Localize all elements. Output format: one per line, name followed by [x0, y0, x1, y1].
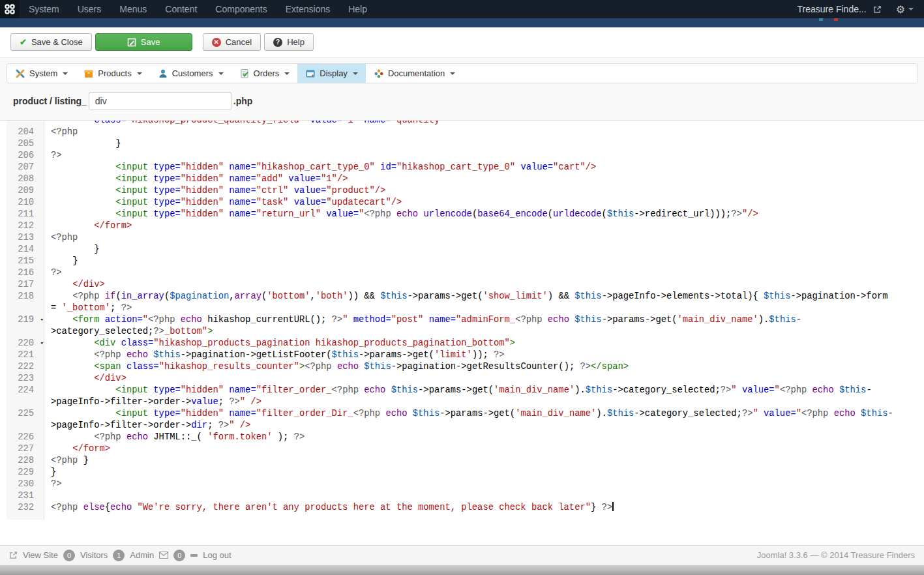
code-line[interactable]: 232<?php else{echo "We're sorry, there a…: [0, 502, 924, 514]
code-line[interactable]: 222 <span class="hikashop_results_counte…: [0, 361, 924, 373]
code-text[interactable]: <input type="hidden" name="return_url" v…: [44, 209, 758, 220]
code-line[interactable]: 219▾ <form action="<?php echo hikashop_c…: [0, 314, 924, 326]
code-text[interactable]: <?php echo JHTML::_( 'form.token' ); ?>: [44, 432, 305, 443]
cancel-button[interactable]: ✕Cancel: [203, 33, 261, 51]
filename-input[interactable]: [89, 92, 231, 110]
code-text[interactable]: ?>: [44, 267, 62, 279]
code-line[interactable]: 225 <input type="hidden" name="filter_or…: [0, 408, 924, 420]
code-line[interactable]: 223 </div>: [0, 373, 924, 385]
code-text[interactable]: </div>: [44, 279, 105, 291]
code-text[interactable]: <input type="hidden" name="ctrl" value="…: [44, 185, 385, 197]
code-text[interactable]: <?php else{echo "We're sorry, there aren…: [44, 502, 614, 514]
view-site-link[interactable]: View Site: [23, 550, 58, 560]
joomla-logo[interactable]: [0, 0, 20, 18]
code-line[interactable]: 226 <?php echo JHTML::_( 'form.token' );…: [0, 432, 924, 443]
code-line[interactable]: 227 </form>: [0, 443, 924, 455]
code-line[interactable]: 207 <input type="hidden" name="hikashop_…: [0, 162, 924, 173]
hika-menu-products[interactable]: Products: [76, 64, 149, 83]
code-line[interactable]: 212 </form>: [0, 220, 924, 232]
code-text[interactable]: ?>: [44, 479, 62, 490]
code-text[interactable]: <?php: [44, 126, 78, 138]
code-text[interactable]: <input type="hidden" name="add" value="1…: [44, 173, 348, 185]
code-text[interactable]: <form action="<?php echo hikashop_curren…: [44, 314, 801, 326]
visitors-badge[interactable]: 0: [63, 550, 75, 561]
nav-system[interactable]: System: [20, 0, 68, 18]
code-text[interactable]: }: [44, 256, 78, 267]
code-line[interactable]: 215 }: [0, 256, 924, 267]
code-line[interactable]: 208 <input type="hidden" name="add" valu…: [0, 173, 924, 185]
settings-menu[interactable]: ⚙: [896, 3, 914, 16]
code-text[interactable]: <div class="hikashop_products_pagination…: [44, 338, 515, 349]
code-text[interactable]: </form>: [44, 220, 132, 232]
code-text[interactable]: </div>: [44, 373, 127, 385]
code-text[interactable]: <?php: [44, 232, 78, 244]
code-line[interactable]: 214 }: [0, 244, 924, 256]
save-button[interactable]: Save: [95, 33, 192, 51]
site-name-link[interactable]: Treasure Finde...: [797, 4, 867, 14]
code-line[interactable]: 218 <?php if(in_array($pagination,array(…: [0, 291, 924, 302]
code-line[interactable]: 217 </div>: [0, 279, 924, 291]
code-line[interactable]: 204<?php: [0, 126, 924, 138]
help-button[interactable]: ?Help: [264, 33, 314, 51]
code-line[interactable]: 211 <input type="hidden" name="return_ur…: [0, 209, 924, 220]
code-text[interactable]: <input type="hidden" name="task" value="…: [44, 197, 402, 209]
admin-badge[interactable]: 1: [113, 550, 125, 561]
code-line[interactable]: 230?>: [0, 479, 924, 490]
code-text[interactable]: }: [44, 244, 100, 256]
code-line[interactable]: 228<?php }: [0, 455, 924, 467]
nav-menus[interactable]: Menus: [110, 0, 156, 18]
code-line[interactable]: 224 <input type="hidden" name="filter_or…: [0, 385, 924, 396]
code-line[interactable]: 205 }: [0, 138, 924, 150]
code-text[interactable]: class="hikashop_product_quantity_field" …: [44, 120, 445, 126]
code-editor[interactable]: class="hikashop_product_quantity_field" …: [0, 120, 924, 545]
code-line[interactable]: class="hikashop_product_quantity_field" …: [0, 120, 924, 126]
code-text[interactable]: = '_bottom'; ?>: [44, 302, 132, 314]
hika-menu-customers[interactable]: Customers: [150, 64, 231, 83]
code-line[interactable]: >pageInfo->filter->order->dir; ?>" />: [0, 420, 924, 432]
code-text[interactable]: >category_selected;?>_bottom">: [44, 326, 213, 338]
code-line[interactable]: = '_bottom'; ?>: [0, 302, 924, 314]
code-line[interactable]: 231: [0, 490, 924, 502]
hika-menu-system[interactable]: System: [7, 64, 76, 83]
logout-link[interactable]: Log out: [203, 550, 231, 560]
nav-components[interactable]: Components: [206, 0, 276, 18]
code-text[interactable]: >pageInfo->filter->order->value; ?>" />: [44, 396, 261, 408]
admin-link[interactable]: Admin: [130, 550, 154, 560]
code-line[interactable]: 220▾ <div class="hikashop_products_pagin…: [0, 338, 924, 349]
code-line[interactable]: 206?>: [0, 150, 924, 162]
code-text[interactable]: <input type="hidden" name="filter_order_…: [44, 385, 872, 396]
hika-menu-documentation[interactable]: Documentation: [366, 64, 463, 83]
code-text[interactable]: }: [44, 138, 121, 150]
nav-help[interactable]: Help: [339, 0, 376, 18]
fold-marker-icon[interactable]: ▾: [40, 338, 44, 349]
nav-users[interactable]: Users: [68, 0, 111, 18]
status-footer: View Site0Visitors1Admin0Log out Joomla!…: [0, 545, 924, 565]
code-text[interactable]: <?php }: [44, 455, 89, 467]
code-line[interactable]: 210 <input type="hidden" name="task" val…: [0, 197, 924, 209]
code-line[interactable]: 213<?php: [0, 232, 924, 244]
code-line[interactable]: >category_selected;?>_bottom">: [0, 326, 924, 338]
code-text[interactable]: <?php echo $this->pagination->getListFoo…: [44, 349, 505, 361]
hika-menu-display[interactable]: Display: [297, 64, 366, 83]
code-line[interactable]: 209 <input type="hidden" name="ctrl" val…: [0, 185, 924, 197]
fold-marker-icon[interactable]: ▾: [40, 315, 44, 325]
code-text[interactable]: >pageInfo->filter->order->dir; ?>" />: [44, 420, 250, 432]
code-text[interactable]: </form>: [44, 443, 110, 455]
code-text[interactable]: <input type="hidden" name="hikashop_cart…: [44, 162, 596, 173]
hika-menu-orders[interactable]: Orders: [231, 64, 298, 83]
visitors-link[interactable]: Visitors: [80, 550, 108, 560]
code-text[interactable]: <span class="hikashop_results_counter"><…: [44, 361, 629, 373]
code-line[interactable]: >pageInfo->filter->order->value; ?>" />: [0, 396, 924, 408]
nav-content[interactable]: Content: [156, 0, 206, 18]
code-text[interactable]: }: [44, 467, 56, 479]
nav-extensions[interactable]: Extensions: [276, 0, 339, 18]
code-line[interactable]: 229}: [0, 467, 924, 479]
save-close-button[interactable]: ✔Save & Close: [10, 33, 92, 51]
code-text[interactable]: <?php if(in_array($pagination,array('bot…: [44, 291, 893, 302]
code-text[interactable]: ?>: [44, 150, 62, 162]
code-line[interactable]: 216?>: [0, 267, 924, 279]
code-text[interactable]: <input type="hidden" name="filter_order_…: [44, 408, 893, 420]
messages-badge[interactable]: 0: [173, 550, 185, 561]
code-line[interactable]: 221 <?php echo $this->pagination->getLis…: [0, 349, 924, 361]
code-text[interactable]: [44, 490, 51, 502]
